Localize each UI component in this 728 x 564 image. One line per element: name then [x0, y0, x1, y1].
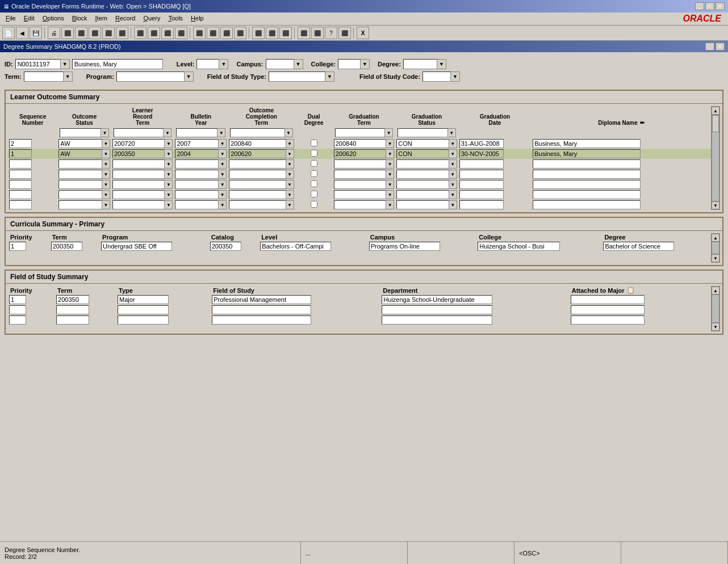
fos-dept-input[interactable] — [382, 295, 492, 304]
empty-gs-input[interactable] — [396, 180, 449, 189]
empty-oct-input[interactable] — [229, 180, 286, 189]
bulletin-year-cell-btn[interactable]: ▼ — [219, 149, 227, 158]
empty-seq-input[interactable] — [9, 159, 32, 169]
toolbar-btn3[interactable]: ⬛ — [89, 27, 101, 39]
learner-record-term-filter-input[interactable] — [114, 128, 164, 137]
outcome-status-cell-btn[interactable]: ▼ — [102, 139, 110, 148]
scrollbar-thumb[interactable] — [712, 115, 719, 132]
fos-empty-field-input[interactable] — [212, 305, 311, 314]
empty-by-input[interactable] — [175, 159, 219, 169]
empty-dn-input[interactable] — [533, 170, 641, 179]
dual-degree-checkbox[interactable] — [311, 150, 317, 157]
empty-lrt-input[interactable] — [112, 180, 165, 189]
fos-scrollbar-down[interactable]: ▼ — [712, 323, 719, 331]
empty-dn-input[interactable] — [533, 159, 641, 169]
toolbar-btn11[interactable]: ⬛ — [207, 27, 219, 39]
empty-gd-input[interactable] — [459, 180, 504, 189]
empty-lrt-input[interactable] — [112, 190, 165, 199]
curricula-campus-input[interactable] — [369, 242, 440, 251]
fos-code-input[interactable] — [422, 71, 451, 82]
empty-oct-btn[interactable]: ▼ — [286, 190, 294, 199]
graduation-term-filter-btn[interactable]: ▼ — [385, 128, 393, 137]
toolbar-btn14[interactable]: ⬛ — [252, 27, 265, 39]
empty-by-input[interactable] — [175, 190, 219, 199]
empty-oct-btn[interactable]: ▼ — [286, 159, 294, 169]
empty-status-input[interactable] — [58, 170, 102, 179]
graduation-status-cell-btn[interactable]: ▼ — [449, 149, 457, 158]
menu-help[interactable]: Help — [187, 14, 207, 24]
menu-file[interactable]: File — [2, 14, 19, 24]
empty-lrt-btn[interactable]: ▼ — [165, 170, 173, 179]
empty-dual-degree-checkbox[interactable] — [311, 160, 317, 167]
empty-oct-btn[interactable]: ▼ — [286, 200, 294, 209]
fos-field-input[interactable] — [212, 295, 311, 304]
empty-gs-btn[interactable]: ▼ — [449, 159, 457, 169]
toolbar-btn19[interactable]: ? — [325, 27, 337, 39]
bulletin-year-input[interactable] — [175, 149, 219, 158]
curricula-priority-input[interactable] — [9, 242, 26, 251]
toolbar-btn20[interactable]: ⬛ — [338, 27, 351, 39]
empty-status-btn[interactable]: ▼ — [102, 159, 110, 169]
graduation-term-cell-btn[interactable]: ▼ — [386, 139, 394, 148]
degree-dropdown-btn[interactable]: ▼ — [437, 59, 446, 69]
fos-scrollbar[interactable]: ▲ ▼ — [711, 286, 720, 331]
outcome-completion-term-input[interactable] — [229, 139, 286, 148]
menu-item[interactable]: Item — [92, 14, 111, 24]
curricula-college-input[interactable] — [478, 242, 560, 251]
empty-lrt-input[interactable] — [112, 200, 165, 209]
seq-num-input[interactable] — [9, 149, 32, 158]
empty-lrt-input[interactable] — [112, 159, 165, 169]
empty-gt-input[interactable] — [334, 200, 387, 209]
fos-empty-dept-input[interactable] — [382, 305, 492, 314]
empty-gs-btn[interactable]: ▼ — [449, 180, 457, 189]
learner-record-term-cell-btn[interactable]: ▼ — [165, 149, 173, 158]
close-btn[interactable]: ✕ — [716, 2, 725, 10]
empty-gt-btn[interactable]: ▼ — [386, 190, 394, 199]
empty-lrt-btn[interactable]: ▼ — [165, 190, 173, 199]
empty-gd-input[interactable] — [459, 159, 504, 169]
empty-gt-btn[interactable]: ▼ — [386, 200, 394, 209]
graduation-status-cell-btn[interactable]: ▼ — [449, 139, 457, 148]
fos-empty-attached-input[interactable] — [571, 315, 645, 325]
level-input[interactable] — [196, 59, 219, 69]
empty-status-input[interactable] — [58, 200, 102, 209]
empty-by-input[interactable] — [175, 180, 219, 189]
bulletin-year-input[interactable] — [175, 139, 219, 148]
empty-seq-input[interactable] — [9, 190, 32, 199]
empty-oct-btn[interactable]: ▼ — [286, 170, 294, 179]
menu-block[interactable]: Block — [69, 14, 91, 24]
empty-gs-input[interactable] — [396, 170, 449, 179]
empty-by-input[interactable] — [175, 200, 219, 209]
empty-gt-btn[interactable]: ▼ — [386, 170, 394, 179]
curricula-degree-input[interactable] — [603, 242, 674, 251]
empty-gd-input[interactable] — [459, 200, 504, 209]
fos-attached-input[interactable] — [571, 295, 645, 304]
toolbar-btn13[interactable]: ⬛ — [234, 27, 246, 39]
empty-gt-input[interactable] — [334, 170, 387, 179]
fos-empty-attached-input[interactable] — [571, 305, 645, 314]
menu-options[interactable]: Options — [39, 14, 68, 24]
curricula-catalog-input[interactable] — [210, 242, 241, 251]
campus-dropdown-btn[interactable]: ▼ — [294, 59, 303, 69]
fos-attached-icon[interactable]: 📋 — [627, 287, 635, 294]
curricula-term-input[interactable] — [51, 242, 82, 251]
empty-dn-input[interactable] — [533, 180, 641, 189]
graduation-date-input[interactable] — [459, 149, 504, 158]
toolbar-back[interactable]: ◀ — [16, 27, 28, 39]
empty-by-btn[interactable]: ▼ — [219, 200, 227, 209]
form-min-btn[interactable]: _ — [705, 43, 714, 50]
curricula-program-input[interactable] — [101, 242, 172, 251]
fos-empty-priority-input[interactable] — [9, 315, 26, 325]
fos-empty-term-input[interactable] — [56, 315, 89, 325]
empty-by-btn[interactable]: ▼ — [219, 170, 227, 179]
empty-gs-input[interactable] — [396, 159, 449, 169]
empty-status-btn[interactable]: ▼ — [102, 180, 110, 189]
fos-priority-input[interactable] — [9, 295, 26, 304]
menu-record[interactable]: Record — [112, 14, 139, 24]
empty-gt-input[interactable] — [334, 190, 387, 199]
toolbar-btn15[interactable]: ⬛ — [266, 27, 278, 39]
graduation-status-input[interactable] — [396, 149, 449, 158]
empty-status-input[interactable] — [58, 180, 102, 189]
empty-lrt-btn[interactable]: ▼ — [165, 200, 173, 209]
empty-by-btn[interactable]: ▼ — [219, 190, 227, 199]
